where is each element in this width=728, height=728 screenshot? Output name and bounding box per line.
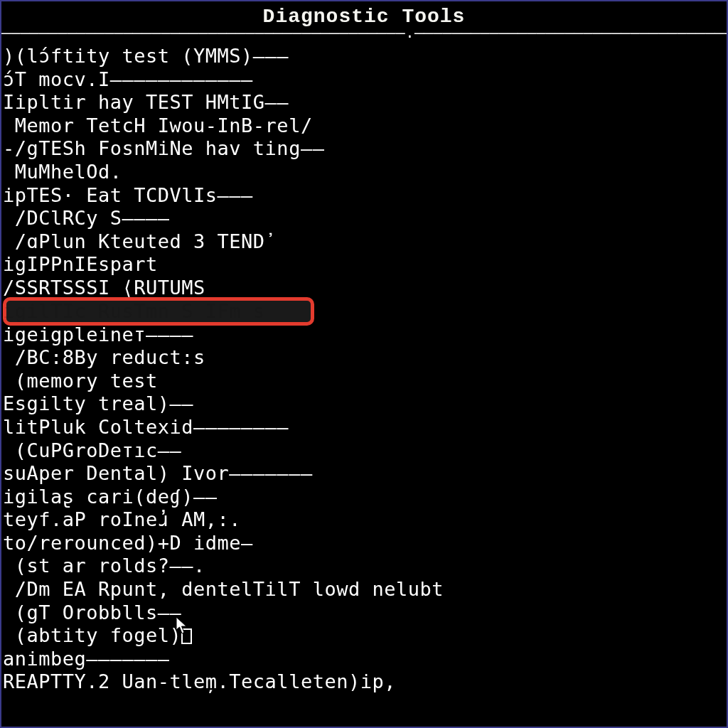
list-item[interactable]: ipTES· Eat TCDVlIs——— [3, 184, 727, 208]
list-item[interactable]: Memor TetcH Iwou-InB-rel/ [3, 114, 727, 138]
list-item-label: (abtity fogel) [3, 624, 181, 646]
list-item[interactable]: MuMhelOd. [3, 161, 727, 184]
text-cursor-box [181, 628, 192, 644]
list-item-label: (gT Orobblls—— [3, 601, 181, 623]
list-item[interactable]: -/gTESh FosnMiNe hav ting—— [3, 137, 727, 161]
list-item[interactable]: /DClRCy S———— [3, 207, 727, 230]
list-item[interactable]: litPluk Coltexid———————— [3, 416, 727, 439]
list-item[interactable]: animbeg——————— [3, 648, 727, 671]
list-item[interactable]: suAper Dental) Ivor——————— [3, 462, 727, 486]
list-item[interactable]: REAPTTY.2 Uan-tlem̦.Tecalleten)ip, [3, 670, 727, 694]
list-item[interactable]: ɔ́T mocv.I———————————— [3, 68, 727, 92]
list-item[interactable]: /SSRTSSSI ⟨RUTUMS [3, 277, 727, 300]
title-divider: ————————————————————————————————————————… [1, 29, 727, 39]
list-item[interactable]: /ɑPlun Kteuted 3 TEND᾽ [3, 230, 727, 254]
list-item[interactable]: to/rerounced)+D idme— [3, 532, 727, 555]
list-item[interactable]: )(lɔ́ftity test (YMMS)——— [3, 45, 727, 68]
list-item[interactable]: igeigpleineт———— [3, 323, 727, 347]
list-item[interactable]: (st ar rolds?——. [3, 555, 727, 578]
list-item[interactable]: igilaʂ cari(deɠ)—— [3, 486, 727, 509]
terminal-screen: Diagnostic Tools ———————————————————————… [0, 0, 728, 728]
list-item[interactable]: (CuPGroDeтıс—— [3, 439, 727, 463]
list-item[interactable]: Esgilty treal)—— [3, 392, 727, 416]
list-item[interactable]: (abtity fogel) [3, 624, 727, 648]
list-item[interactable]: /BC:8By reduct:s [3, 346, 727, 370]
list-item[interactable]: igIPPnIEspart [3, 253, 727, 277]
selected-item-label: igilTIc RusTmn S IFm s [3, 300, 727, 323]
list-item[interactable]: /Dm EA Rpunt, dentelTilT lowd nelubt [3, 578, 727, 601]
page-title: Diagnostic Tools [1, 1, 727, 29]
list-item[interactable]: teyf.aP roIneɹ̓ AM,:. [3, 508, 727, 532]
list-item[interactable]: Iipltir hay TEST HMtIG—— [3, 91, 727, 114]
menu-list[interactable]: )(lɔ́ftity test (YMMS)——— ɔ́T mocv.I————… [1, 39, 727, 694]
list-item[interactable]: (gT Orobblls—— [3, 601, 727, 625]
list-item[interactable]: (memory test [3, 370, 727, 393]
selected-item[interactable]: igilTIc RusTmn S IFm s [3, 300, 727, 323]
